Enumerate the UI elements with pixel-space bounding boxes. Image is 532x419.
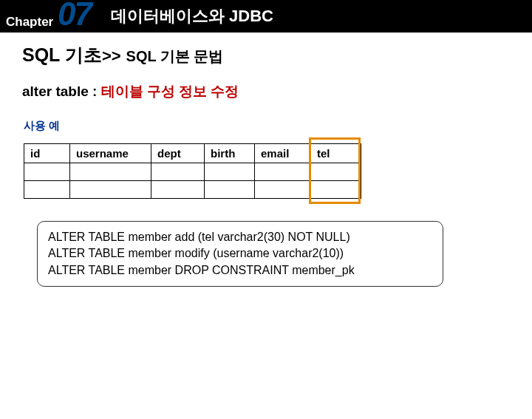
table-cell — [151, 181, 205, 199]
sql-code-box: ALTER TABLE member add (tel varchar2(30)… — [37, 221, 443, 287]
table-row — [24, 163, 361, 181]
col-header-dept: dept — [151, 144, 205, 163]
section-title-arrows: >> — [102, 47, 121, 65]
section-title-main: SQL 기초 — [22, 44, 102, 65]
table-cell — [24, 181, 70, 199]
table-cell — [311, 163, 361, 181]
table-cell — [70, 163, 151, 181]
col-header-id: id — [24, 144, 70, 163]
sql-line: ALTER TABLE member DROP CONSTRAINT membe… — [48, 262, 432, 279]
usage-label: 사용 예 — [24, 119, 510, 133]
section-title-sub: SQL 기본 문법 — [126, 48, 224, 64]
table-cell — [255, 163, 311, 181]
col-header-birth: birth — [205, 144, 255, 163]
table-cell — [255, 181, 311, 199]
table-row — [24, 181, 361, 199]
table-cell — [311, 181, 361, 199]
slide-header: Chapter 07 데이터베이스와 JDBC — [0, 0, 532, 33]
table-cell — [70, 181, 151, 199]
sub-heading-desc: 테이블 구성 정보 수정 — [97, 84, 239, 99]
schema-table-wrap: id username dept birth email tel — [24, 143, 510, 199]
table-cell — [151, 163, 205, 181]
schema-table: id username dept birth email tel — [24, 143, 361, 199]
slide-title: 데이터베이스와 JDBC — [111, 5, 273, 27]
sql-line: ALTER TABLE member add (tel varchar2(30)… — [48, 229, 432, 245]
table-header-row: id username dept birth email tel — [24, 144, 361, 163]
sub-heading-sep: : — [89, 84, 98, 99]
slide-content: SQL 기초>> SQL 기본 문법 alter table : 테이블 구성 … — [0, 33, 532, 287]
table-cell — [24, 163, 70, 181]
section-title: SQL 기초>> SQL 기본 문법 — [22, 43, 510, 67]
col-header-username: username — [70, 144, 151, 163]
chapter-label: Chapter — [6, 15, 53, 30]
chapter-number: 07 — [58, 0, 91, 33]
table-cell — [205, 181, 255, 199]
sub-heading: alter table : 테이블 구성 정보 수정 — [22, 82, 510, 101]
sub-heading-cmd: alter table — [22, 84, 89, 99]
table-cell — [205, 163, 255, 181]
col-header-tel: tel — [311, 144, 361, 163]
sql-line: ALTER TABLE member modify (username varc… — [48, 245, 432, 262]
col-header-email: email — [255, 144, 311, 163]
